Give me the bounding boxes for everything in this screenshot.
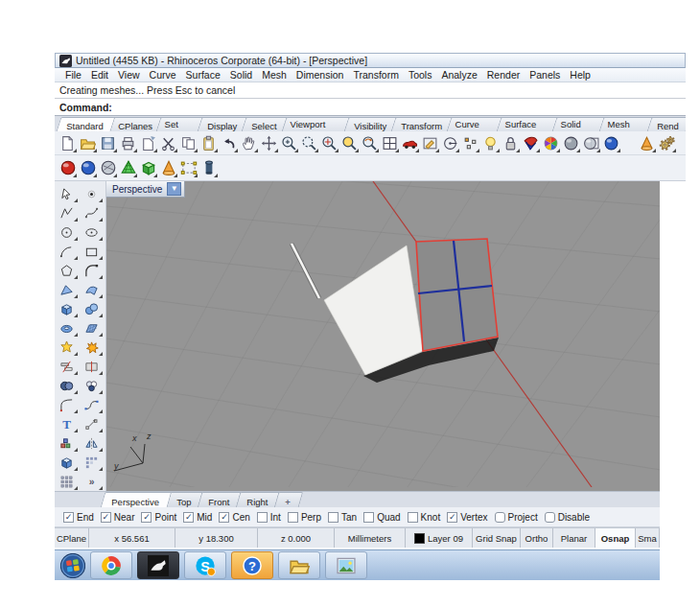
osnap-point[interactable]: ✓Point [141, 512, 176, 523]
ghosted-display-icon[interactable] [581, 133, 601, 153]
cone-primitive-icon[interactable] [158, 158, 178, 178]
osnap-project[interactable]: Project [495, 512, 538, 523]
zoom-window-icon[interactable] [299, 133, 319, 153]
osnap-quad-checkbox[interactable] [363, 512, 374, 523]
status-sma[interactable]: Sma [636, 528, 660, 548]
osnap-tan[interactable]: Tan [328, 512, 357, 523]
select-tool-icon[interactable] [56, 185, 79, 203]
surface-edit-tool-icon[interactable] [81, 319, 104, 338]
explode-tool-icon[interactable] [81, 339, 104, 357]
zoom-selected-icon[interactable] [339, 133, 360, 153]
menu-transform[interactable]: Transform [348, 69, 403, 81]
box-tool-icon[interactable] [56, 300, 79, 318]
polygon-tool-icon[interactable] [56, 262, 79, 280]
osnap-point-checkbox[interactable]: ✓ [141, 512, 152, 523]
osnap-int[interactable]: Int [257, 512, 281, 523]
rendered-display-icon[interactable] [601, 133, 621, 153]
rectangle-tool-icon[interactable] [81, 243, 104, 261]
render-all-icon[interactable] [78, 158, 98, 178]
viewport-title-tab[interactable]: Perspective ▼ [106, 181, 185, 198]
menu-tools[interactable]: Tools [404, 69, 437, 81]
menu-curve[interactable]: Curve [145, 69, 181, 81]
viewport-tab-perspective[interactable]: Perspective [101, 492, 172, 507]
sphere-tool-icon[interactable] [81, 300, 104, 318]
text-tool-icon[interactable]: T [56, 415, 79, 433]
mirror-tool-icon[interactable] [81, 434, 104, 453]
osnap-disable[interactable]: Disable [545, 512, 590, 523]
fillet-tool-icon[interactable] [56, 339, 79, 357]
trim-tool-icon[interactable] [56, 358, 79, 376]
mesh-sphere-icon[interactable] [98, 158, 118, 178]
osnap-mid[interactable]: ✓Mid [183, 512, 212, 523]
add-viewport-tab[interactable]: + [274, 492, 303, 507]
osnap-tan-checkbox[interactable] [328, 512, 338, 523]
toolbar-tab-viewport-layout[interactable]: Viewport Layout [281, 117, 351, 131]
curve-tool-icon[interactable] [81, 204, 104, 222]
boolean-union-tool-icon[interactable] [56, 377, 79, 395]
control-points-icon[interactable] [178, 158, 198, 178]
menu-dimension[interactable]: Dimension [292, 69, 349, 81]
ellipse-tool-icon[interactable] [81, 223, 104, 242]
toolbar-tab-standard[interactable]: Standard [57, 117, 115, 131]
osnap-knot[interactable]: Knot [408, 512, 441, 523]
osnap-end-checkbox[interactable]: ✓ [63, 512, 74, 523]
pan-view-icon[interactable] [239, 133, 259, 153]
circle-tool-icon[interactable] [56, 223, 79, 242]
polyline-tool-icon[interactable] [56, 204, 79, 222]
osnap-disable-checkbox[interactable] [545, 512, 555, 523]
osnap-cen-checkbox[interactable]: ✓ [219, 512, 229, 523]
shaded-box-tool-icon[interactable] [56, 454, 79, 472]
command-line[interactable]: Command: [55, 99, 686, 116]
osnap-quad[interactable]: Quad [363, 512, 400, 523]
status-z-0-000[interactable]: z 0.000 [258, 528, 335, 548]
menu-render[interactable]: Render [482, 69, 525, 81]
more-tools-icon[interactable]: » [81, 473, 104, 491]
show-objects-icon[interactable] [480, 133, 501, 153]
osnap-near-checkbox[interactable]: ✓ [101, 512, 111, 523]
make-2d-drawing-icon[interactable] [420, 133, 440, 153]
box-selected-face[interactable] [416, 239, 498, 351]
toolbar-tab-rend[interactable]: Rend [647, 117, 686, 131]
status-ortho[interactable]: Ortho [521, 528, 553, 548]
osnap-perp[interactable]: Perp [288, 512, 321, 523]
extend-curve-tool-icon[interactable] [81, 262, 104, 280]
arc-tool-icon[interactable] [56, 243, 79, 261]
zoom-extents-icon[interactable] [319, 133, 339, 153]
open-file-icon[interactable] [78, 133, 98, 153]
set-cplane-icon[interactable] [440, 133, 460, 153]
menu-mesh[interactable]: Mesh [257, 69, 292, 81]
array-tool-icon[interactable] [81, 454, 104, 472]
toolbar-tab-transform[interactable]: Transform [391, 117, 455, 131]
menu-solid[interactable]: Solid [225, 69, 257, 81]
menu-surface[interactable]: Surface [181, 69, 225, 81]
undo-icon[interactable] [219, 133, 239, 153]
mesh-box-icon[interactable] [138, 158, 158, 178]
rotate-view-icon[interactable] [259, 133, 279, 153]
osnap-cen[interactable]: ✓Cen [219, 512, 249, 523]
lock-objects-icon[interactable] [501, 133, 521, 153]
paste-icon[interactable] [198, 133, 219, 153]
osnap-vertex[interactable]: ✓Vertex [447, 512, 487, 523]
select-points-icon[interactable] [460, 133, 480, 153]
render-current-icon[interactable] [58, 158, 78, 178]
shade-view-icon[interactable] [521, 133, 541, 153]
edit-points-tool-icon[interactable] [81, 415, 104, 433]
zoom-rotate-icon[interactable] [360, 133, 380, 153]
status-x-56-561[interactable]: x 56.561 [89, 528, 175, 548]
status-y-18-300[interactable]: y 18.300 [175, 528, 258, 548]
shaded-display-icon[interactable] [561, 133, 581, 153]
toolbar-tab-surface-tools[interactable]: Surface Tools [497, 117, 559, 131]
menu-edit[interactable]: Edit [86, 69, 113, 81]
save-file-icon[interactable] [98, 133, 118, 153]
menu-help[interactable]: Help [565, 69, 595, 81]
block-tool-icon[interactable] [56, 434, 79, 453]
grid-panel-tool-icon[interactable] [56, 473, 79, 491]
box-white-face[interactable] [324, 245, 423, 375]
point-tool-icon[interactable] [81, 185, 104, 203]
taskbar-windows-explorer[interactable] [278, 551, 320, 579]
osnap-near[interactable]: ✓Near [101, 512, 135, 523]
torus-tool-icon[interactable] [56, 319, 79, 338]
toolbar-tab-curve-tools[interactable]: Curve Tools [447, 117, 504, 131]
zoom-dynamic-icon[interactable] [279, 133, 299, 153]
blend-tool-icon[interactable] [81, 396, 104, 414]
